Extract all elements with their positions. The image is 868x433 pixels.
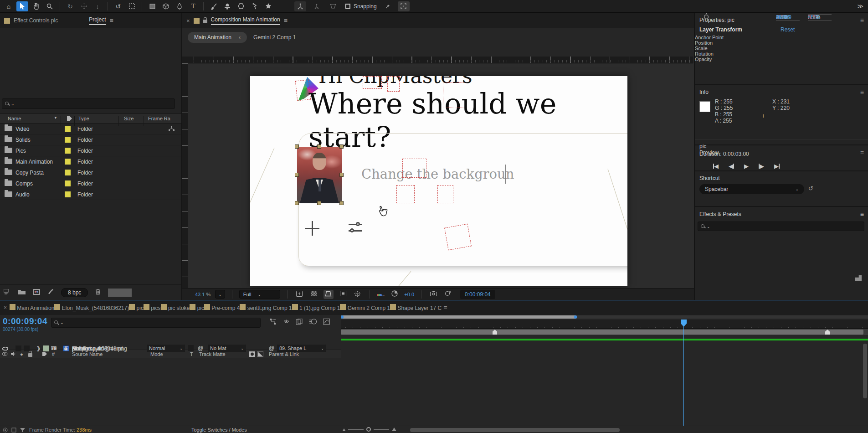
column-source-name[interactable]: Source Name [72, 351, 103, 357]
zoom-slider-knob[interactable] [366, 427, 371, 432]
switch-box[interactable] [15, 345, 21, 351]
puppet-pin-tool-icon[interactable] [249, 1, 261, 11]
timeline-tab[interactable]: senttt.png Comp 1 [240, 304, 292, 311]
column-size[interactable]: Size [124, 116, 134, 121]
next-frame-button[interactable]: ▶ [759, 163, 764, 170]
zoom-out-icon[interactable] [343, 428, 345, 431]
column-track-matte[interactable]: Track Matte [199, 351, 226, 357]
eraser-tool-icon[interactable] [235, 1, 247, 11]
project-search-input[interactable]: ⌄ [2, 98, 175, 109]
filter-icon[interactable] [20, 428, 25, 433]
folder-name[interactable]: Main Animation [15, 159, 53, 165]
folder-name[interactable]: Audio [15, 191, 30, 198]
timeline-tab-menu-icon[interactable]: ≡ [443, 304, 447, 311]
project-folder-row[interactable]: Solids Folder [0, 134, 181, 145]
resolution-dropdown[interactable]: Full⌄ [239, 290, 280, 299]
selection-handle[interactable] [295, 144, 299, 149]
selected-image-layer[interactable] [297, 147, 342, 203]
rectangle-tool-icon[interactable] [146, 1, 158, 11]
timeline-tab[interactable]: Gemini 2 Comp 1 [340, 304, 390, 311]
folder-name[interactable]: Solids [15, 137, 31, 143]
alpha-matte-icon[interactable] [249, 351, 255, 358]
exposure-icon[interactable] [390, 290, 400, 298]
expand-chevron-icon[interactable]: ❯ [36, 345, 41, 351]
timeline-tab[interactable]: 1 (1).jpg Comp 1 [292, 304, 340, 311]
lock-open-icon[interactable] [203, 20, 207, 23]
shape-placeholder-rect[interactable] [396, 185, 415, 203]
shape-placeholder-rect[interactable] [444, 224, 472, 250]
play-button[interactable]: ▶ [744, 163, 749, 170]
pen-tool-icon[interactable] [174, 1, 185, 11]
matte-toggle-box[interactable] [188, 345, 194, 351]
delete-icon[interactable] [95, 289, 101, 296]
last-frame-button[interactable]: ▶ [774, 163, 780, 170]
folder-name[interactable]: Video [15, 126, 29, 132]
label-color-swatch[interactable] [65, 191, 71, 197]
type-tool-icon[interactable]: T [187, 1, 199, 11]
selection-handle[interactable] [317, 144, 321, 149]
pan-camera-tool-icon[interactable] [78, 1, 90, 11]
project-folder-row[interactable]: Pics Folder [0, 145, 181, 156]
brush-tool-icon[interactable] [208, 1, 220, 11]
rotation-tool-icon[interactable]: ↺ [112, 1, 124, 11]
zoom-dropdown[interactable]: ⌄ [215, 290, 225, 299]
timeline-tab[interactable]: Elon_Musk_(54816836217) [54, 304, 129, 311]
tab-composition[interactable]: Composition Main Animation [211, 16, 280, 25]
selection-handle[interactable] [339, 201, 344, 205]
frame-blending-icon[interactable] [296, 319, 303, 326]
zoom-in-icon[interactable] [392, 428, 396, 431]
channel-rgb-icon[interactable]: ⌄ [377, 292, 385, 297]
breadcrumb-current[interactable]: Main Animation ‹ [188, 32, 247, 43]
motion-blur-icon[interactable] [309, 319, 317, 326]
region-of-interest-icon[interactable] [324, 290, 334, 299]
zoom-level[interactable]: 43.1 [195, 292, 205, 297]
shape-placeholder-rect[interactable] [443, 82, 465, 108]
label-column-tag-icon[interactable] [42, 351, 47, 357]
zoom-tool-icon[interactable] [44, 1, 56, 11]
close-icon[interactable]: × [4, 304, 7, 311]
horizontal-ruler[interactable] [188, 57, 693, 63]
sliders-icon[interactable] [349, 223, 362, 235]
breadcrumb-back-icon[interactable]: ‹ [239, 34, 241, 41]
node-tool-1-icon[interactable] [294, 1, 306, 11]
layer-name[interactable]: Change ...ackground. [72, 345, 124, 352]
work-area-bar[interactable] [341, 329, 868, 335]
shape-placeholder-rect[interactable] [387, 76, 400, 92]
parent-link-dropdown[interactable]: 89. Shape L⌄ [277, 345, 326, 352]
column-number[interactable]: # [52, 351, 55, 357]
shortcut-reset-icon[interactable]: ↺ [808, 185, 813, 192]
stopwatch-icon[interactable] [704, 15, 709, 19]
matte-pickwhip-icon[interactable]: @ [198, 345, 203, 351]
project-folder-row[interactable]: Video Folder [0, 124, 181, 134]
adjustment-icon[interactable] [47, 289, 54, 296]
project-flowchart-icon[interactable] [4, 289, 11, 296]
snapping-control[interactable]: Snapping [345, 3, 377, 10]
folder-name[interactable]: Copy Pasta [15, 170, 44, 176]
composition-viewport[interactable]: Hi ClipMasters Where should we start? [188, 63, 694, 288]
tab-project[interactable]: Project [89, 16, 106, 25]
color-depth-button[interactable]: 8 bpc [61, 288, 88, 297]
eye-icon[interactable] [2, 347, 8, 351]
home-icon[interactable]: ⌂ [3, 1, 15, 11]
parent-pickwhip-icon[interactable]: @ [269, 345, 274, 351]
snap-expand-icon[interactable] [398, 1, 410, 11]
blend-mode-dropdown[interactable]: Normal⌄ [147, 345, 185, 352]
composition-canvas[interactable]: Hi ClipMasters Where should we start? [250, 76, 627, 286]
selection-handle[interactable] [339, 173, 344, 177]
hand-tool-icon[interactable] [30, 1, 42, 11]
preview-timecode[interactable]: 0:00:09:04 [460, 290, 495, 299]
column-frame-rate[interactable]: Frame Ra [148, 116, 170, 121]
shape-cube-tool-icon[interactable] [160, 1, 172, 11]
dolly-camera-tool-icon[interactable]: ↓ [92, 1, 103, 11]
effects-search-input[interactable]: ⌄ [698, 222, 864, 231]
previous-frame-button[interactable]: ◀ [729, 163, 734, 170]
breadcrumb-parent[interactable]: Gemini 2 Comp 1 [253, 34, 296, 41]
new-folder-icon[interactable] [18, 289, 26, 296]
transparency-grid-icon[interactable] [309, 291, 319, 298]
project-folder-row[interactable]: Main Animation Folder [0, 156, 181, 167]
project-folder-row[interactable]: Audio Folder [0, 189, 181, 200]
tab-effect-controls[interactable]: Effect Controls pic [14, 17, 58, 24]
project-folder-row[interactable]: Comps Folder [0, 178, 181, 189]
shortcut-dropdown[interactable]: Spacebar ⌄ [699, 184, 804, 194]
timeline-tab[interactable]: Main Animation [10, 304, 54, 311]
